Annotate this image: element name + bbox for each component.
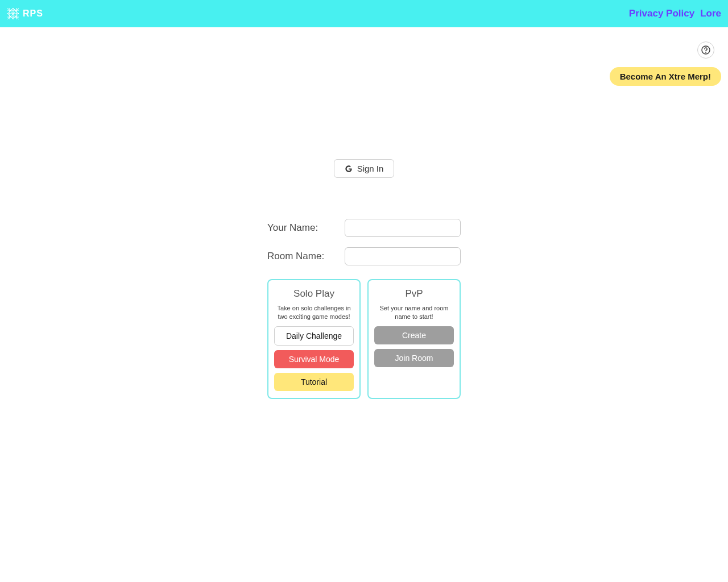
room-label: Room Name: — [267, 251, 336, 262]
pvp-title: PvP — [405, 288, 423, 300]
help-button[interactable] — [697, 41, 714, 59]
name-label: Your Name: — [267, 222, 336, 234]
solo-desc: Take on solo challenges in two exciting … — [274, 304, 354, 322]
tutorial-button[interactable]: Tutorial — [274, 373, 354, 391]
room-input[interactable] — [345, 247, 461, 265]
survival-mode-button[interactable]: Survival Mode — [274, 350, 354, 368]
logo[interactable]: RPS — [7, 7, 43, 20]
name-input[interactable] — [345, 219, 461, 237]
svg-point-13 — [705, 52, 706, 53]
daily-challenge-button[interactable]: Daily Challenge — [274, 326, 354, 346]
solo-card: Solo Play Take on solo challenges in two… — [267, 279, 361, 399]
create-room-button[interactable]: Create — [374, 326, 454, 344]
pvp-desc: Set your name and room name to start! — [374, 304, 454, 322]
join-room-button[interactable]: Join Room — [374, 349, 454, 367]
logo-icon — [7, 7, 19, 20]
become-merp-button[interactable]: Become An Xtre Merp! — [610, 67, 721, 86]
logo-text: RPS — [23, 9, 43, 19]
solo-title: Solo Play — [293, 288, 334, 300]
help-icon — [701, 45, 710, 55]
form-fields: Your Name: Room Name: — [267, 219, 461, 265]
room-row: Room Name: — [267, 247, 461, 265]
google-icon — [345, 165, 353, 173]
header: RPS Privacy Policy Lore — [0, 0, 728, 27]
name-row: Your Name: — [267, 219, 461, 237]
main-panel: Sign In Your Name: Room Name: Solo Play … — [267, 159, 461, 399]
header-links: Privacy Policy Lore — [629, 8, 721, 19]
privacy-link[interactable]: Privacy Policy — [629, 8, 694, 19]
pvp-card: PvP Set your name and room name to start… — [367, 279, 461, 399]
signin-label: Sign In — [357, 164, 384, 173]
signin-button[interactable]: Sign In — [334, 159, 395, 178]
lore-link[interactable]: Lore — [700, 8, 721, 19]
mode-cards: Solo Play Take on solo challenges in two… — [267, 279, 461, 399]
